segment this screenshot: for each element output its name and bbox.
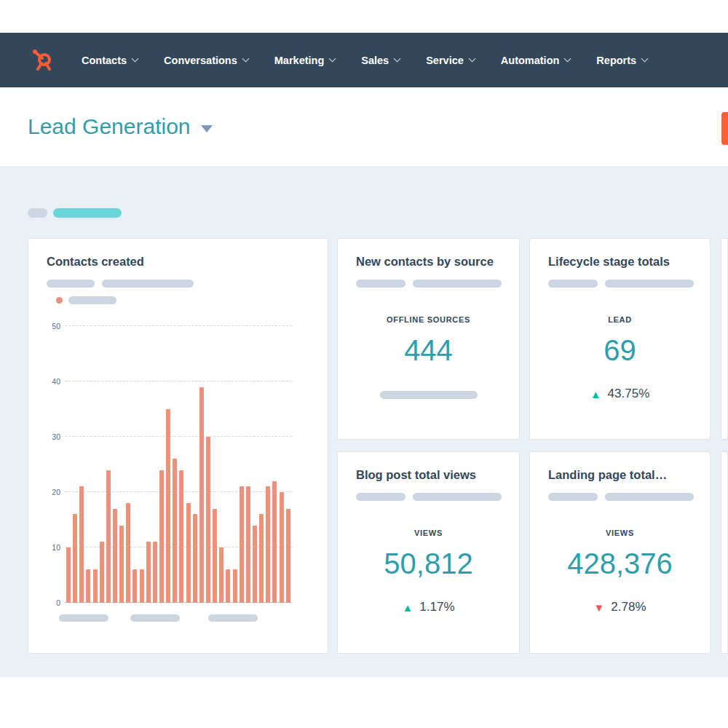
bar (199, 387, 204, 603)
bar (213, 509, 217, 603)
bar (179, 470, 183, 603)
bar (66, 547, 71, 603)
header-action-button-partial[interactable] (721, 112, 728, 145)
card-new-contacts-by-source: New contacts by source OFFLINE SOURCES 4… (337, 238, 520, 440)
dashboard-title-dropdown[interactable]: Lead Generation (28, 114, 213, 139)
card-title: New contacts by source (356, 255, 505, 269)
dashboard-tab-skeleton-active[interactable] (53, 208, 122, 218)
legend-label-skeleton (68, 296, 116, 304)
y-tick-label: 40 (41, 377, 60, 386)
chevron-down-icon (468, 55, 475, 63)
bar (140, 569, 144, 603)
subtitle-skeleton (356, 280, 405, 288)
legend-dot (56, 297, 63, 304)
hubspot-logo[interactable] (29, 47, 57, 74)
bar (86, 569, 90, 603)
nav-item-label: Service (426, 55, 464, 66)
metric-value: 69 (530, 334, 710, 367)
caret-down-icon (201, 125, 213, 132)
x-axis-label-skeleton (130, 614, 180, 622)
y-tick-label: 10 (41, 543, 60, 552)
nav-item-conversations[interactable]: Conversations (151, 33, 261, 87)
subtitle-skeleton (605, 280, 694, 288)
subtitle-skeleton (47, 280, 95, 288)
subtitle-skeleton (548, 280, 598, 288)
bar (193, 514, 197, 603)
bar (113, 509, 117, 603)
chevron-down-icon (394, 55, 401, 63)
y-tick-label: 0 (41, 598, 60, 607)
card-title: Blog post total views (356, 468, 505, 482)
nav-item-service[interactable]: Service (413, 33, 488, 87)
bar (253, 526, 257, 603)
bar (132, 569, 137, 603)
chevron-down-icon (329, 55, 336, 63)
bar (153, 542, 157, 603)
y-tick-label: 30 (41, 432, 60, 441)
bar (73, 514, 77, 603)
dashboard-content: Contacts created 01020304050 New contact… (0, 166, 728, 677)
subtitle-skeleton (413, 493, 502, 501)
nav-item-automation[interactable]: Automation (488, 33, 584, 87)
bar (100, 542, 104, 603)
delta-value: 1.17% (419, 600, 454, 614)
nav-menu: Contacts Conversations Marketing Sales S… (68, 33, 660, 87)
nav-item-sales[interactable]: Sales (348, 33, 413, 87)
nav-item-label: Contacts (82, 55, 127, 66)
trend-triangle-icon: ▲ (590, 389, 601, 400)
x-axis-label-skeleton (59, 614, 108, 622)
bar (286, 509, 290, 603)
bar (266, 486, 270, 603)
bar (272, 481, 277, 603)
bar (240, 486, 244, 603)
bar-chart: 01020304050 (65, 326, 292, 603)
card-contacts-created: Contacts created 01020304050 (28, 238, 328, 654)
subtitle-skeleton (548, 493, 598, 501)
bar (146, 542, 151, 603)
subtitle-skeleton (605, 493, 694, 501)
bar (233, 569, 237, 603)
nav-item-reports[interactable]: Reports (583, 33, 660, 87)
metric-value: 444 (338, 334, 519, 367)
metric-label: LEAD (530, 315, 710, 324)
bar (106, 470, 111, 603)
x-axis-label-skeleton (208, 614, 258, 622)
metric-value: 428,376 (530, 547, 710, 580)
nav-item-label: Automation (501, 55, 560, 66)
chevron-down-icon (564, 55, 571, 63)
card-title: Landing page total… (548, 468, 695, 482)
bar (206, 437, 210, 603)
card-lifecycle-stage-totals: Lifecycle stage totals LEAD 69 ▲ 43.75% (529, 238, 711, 440)
bar (159, 470, 164, 603)
bar (166, 409, 170, 603)
top-navbar: Contacts Conversations Marketing Sales S… (0, 33, 728, 87)
bar (259, 514, 264, 603)
nav-item-contacts[interactable]: Contacts (68, 33, 151, 87)
nav-item-label: Reports (596, 55, 636, 66)
metric-label: VIEWS (530, 529, 710, 537)
bar (246, 486, 250, 603)
trend-triangle-icon: ▼ (593, 602, 604, 613)
bar-plot (66, 326, 290, 603)
subtitle-skeleton (102, 280, 194, 288)
page-title: Lead Generation (28, 114, 191, 139)
subtitle-skeleton (413, 280, 502, 288)
delta-value: 2.78% (611, 600, 646, 614)
metric-label: VIEWS (338, 529, 519, 537)
chevron-down-icon (132, 55, 139, 63)
subtitle-skeleton (356, 493, 405, 501)
dashboard-tab-skeleton[interactable] (28, 208, 47, 218)
card-partial (721, 451, 728, 654)
nav-item-marketing[interactable]: Marketing (261, 33, 349, 87)
card-title: Contacts created (47, 255, 313, 269)
bar (280, 492, 284, 603)
metric-delta: ▲ 43.75% (530, 387, 710, 401)
card-partial (721, 238, 728, 440)
metric-delta: ▼ 2.78% (530, 600, 710, 614)
bar (173, 459, 177, 603)
bar (93, 569, 98, 603)
card-title: Lifecycle stage totals (548, 255, 695, 269)
bar (79, 486, 84, 603)
footer-skeleton (380, 391, 478, 399)
nav-item-label: Sales (361, 55, 389, 66)
